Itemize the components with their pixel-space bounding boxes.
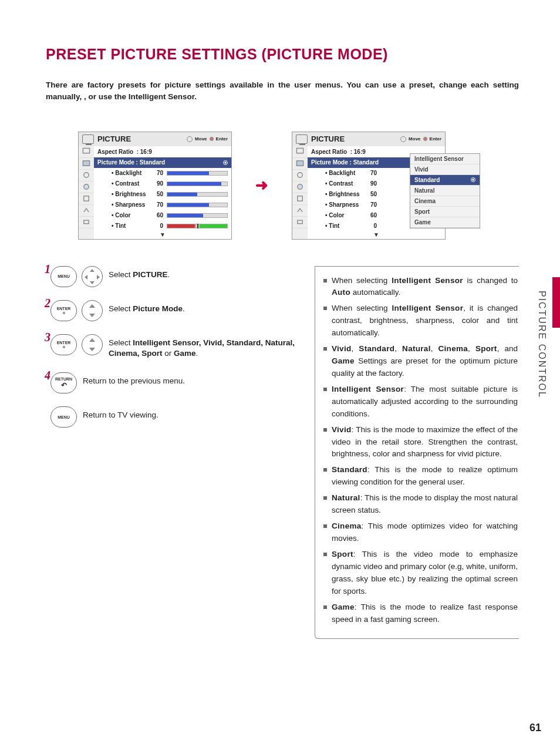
value-bar (167, 192, 228, 197)
param-value: 90 (364, 180, 377, 187)
param-label: • Sharpness (97, 201, 150, 208)
nav-icon (400, 136, 406, 142)
osd-title: PICTURE (97, 134, 187, 143)
enter-icon (423, 137, 427, 141)
info-item: When selecting Intelligent Sensor is cha… (323, 275, 518, 300)
tint-bar (167, 224, 228, 228)
scroll-down-icon: ▼ (308, 231, 445, 239)
sidebar-icon (79, 181, 94, 193)
osd-param-row: • Color60 (94, 210, 231, 221)
arrow-icon: ➜ (255, 176, 268, 194)
param-label: • Color (311, 212, 364, 218)
aspect-value: : 16:9 (350, 149, 366, 155)
svg-rect-6 (296, 148, 303, 153)
dropdown-item: Game (410, 217, 480, 228)
radio-icon (223, 160, 228, 165)
dropdown-label: Intelligent Sensor (414, 156, 464, 162)
btn-label: RETURN (55, 377, 72, 381)
steps-panel: 1 MENU Select PICTURE. 2 ENTER Select Pi… (46, 266, 298, 640)
page-title: PRESET PICTURE SETTINGS (PICTURE MODE) (46, 46, 519, 63)
sidebar-icon (292, 181, 308, 193)
svg-point-8 (298, 173, 302, 177)
param-label: • Backlight (97, 170, 150, 176)
value-bar (167, 171, 228, 176)
param-value: 50 (364, 191, 377, 197)
dropdown-item: Sport (410, 207, 480, 217)
sidebar-icon (292, 170, 308, 181)
nav-button[interactable] (82, 300, 103, 321)
step-text: Return to the previous menu. (83, 376, 298, 387)
hint-move: Move (409, 136, 420, 142)
sidebar-icon (292, 193, 308, 205)
param-label: • Contrast (311, 180, 364, 187)
param-value: 70 (364, 170, 377, 176)
step-text: Return to TV viewing. (83, 410, 298, 421)
dropdown-item: Vivid (410, 164, 480, 175)
section-tab (552, 277, 560, 328)
step-number: 4 (45, 369, 50, 382)
hint-enter: Enter (430, 136, 441, 142)
info-item: Standard: This is the mode to realize op… (323, 464, 518, 489)
param-value: 50 (150, 191, 163, 197)
value-bar (167, 213, 228, 218)
sidebar-icon (292, 205, 308, 217)
dropdown-item: Cinema (410, 196, 480, 207)
info-item: Intelligent Sensor: The most suitable pi… (323, 383, 518, 420)
sidebar-icon (292, 217, 308, 228)
nav-button[interactable] (82, 266, 103, 287)
aspect-value: : 16:9 (137, 149, 152, 155)
step-text: Select PICTURE. (109, 270, 298, 281)
sidebar-icon (79, 217, 94, 228)
param-label: • Brightness (97, 191, 150, 197)
osd-aspect: Aspect Ratio : 16:9 (94, 146, 231, 157)
osd-param-row: • Brightness50 (94, 189, 231, 200)
param-label: • Contrast (97, 180, 150, 187)
step-number: 1 (45, 263, 50, 276)
hint-enter: Enter (216, 136, 228, 142)
param-value: 60 (364, 212, 377, 218)
tv-icon (82, 134, 94, 144)
picture-mode-dropdown: Intelligent SensorVividStandardNaturalCi… (410, 153, 480, 228)
svg-rect-4 (84, 196, 89, 201)
dropdown-label: Natural (414, 187, 434, 194)
info-item: Vivid, Standard, Natural, Cinema, Sport,… (323, 343, 518, 380)
sidebar-icon (292, 158, 308, 170)
info-item: When selecting Intelligent Sensor, it is… (323, 302, 518, 339)
osd-sidebar (79, 146, 94, 239)
enter-button[interactable]: ENTER (50, 334, 77, 355)
info-panel: When selecting Intelligent Sensor is cha… (315, 266, 519, 640)
svg-point-3 (84, 184, 89, 189)
param-value: 0 (364, 223, 377, 229)
osd-hints: Move Enter (187, 136, 228, 142)
step-number: 2 (45, 297, 50, 310)
menu-button[interactable]: MENU (50, 406, 77, 428)
svg-rect-10 (298, 196, 302, 201)
enter-button[interactable]: ENTER (50, 300, 77, 321)
osd-panel-left: PICTURE Move Enter (78, 132, 232, 240)
param-label: • Sharpness (311, 201, 364, 208)
sidebar-icon (79, 205, 94, 217)
param-label: • Tint (311, 223, 364, 229)
menu-button[interactable]: MENU (50, 266, 77, 287)
nav-button[interactable] (82, 334, 103, 355)
sidebar-icon (292, 146, 308, 158)
svg-point-2 (84, 173, 89, 177)
btn-label: MENU (58, 274, 70, 278)
param-value: 70 (150, 201, 163, 208)
dropdown-label: Vivid (414, 166, 429, 173)
value-bar (167, 181, 228, 186)
osd-sidebar (292, 146, 308, 239)
info-item: Game: This is the mode to realize fast r… (323, 601, 518, 626)
info-item: Sport: This is the video mode to emphasi… (323, 549, 518, 598)
value-bar (167, 203, 228, 207)
return-button[interactable]: RETURN↶ (50, 372, 77, 393)
osd-picture-mode: Picture Mode : Standard (94, 157, 231, 168)
dropdown-label: Sport (414, 208, 430, 215)
svg-point-9 (298, 184, 302, 189)
svg-rect-1 (83, 161, 89, 166)
scroll-down-icon: ▼ (94, 231, 231, 239)
btn-label: ENTER (57, 341, 71, 345)
info-item: Natural: This is the mode to display the… (323, 492, 518, 517)
sidebar-icon (79, 158, 94, 170)
osd-panel-right: PICTURE Move Enter (292, 132, 446, 240)
